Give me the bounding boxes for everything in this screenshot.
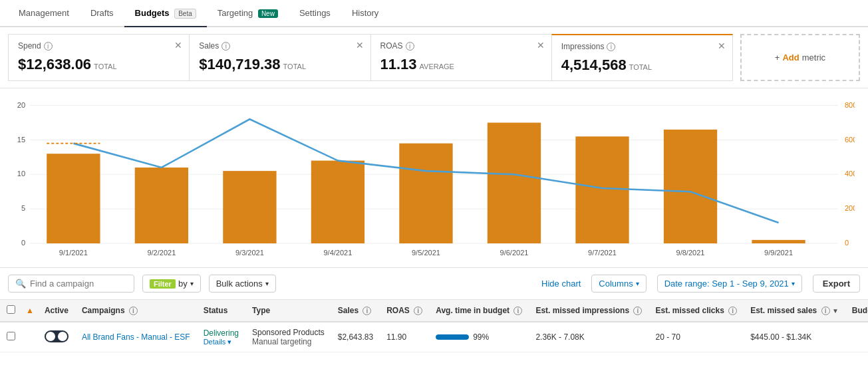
metric-impressions-value: 4,514,568 bbox=[561, 57, 627, 74]
tab-targeting[interactable]: Targeting New bbox=[207, 0, 289, 26]
metric-sales-sub: TOTAL bbox=[283, 62, 306, 70]
svg-text:800k: 800k bbox=[845, 101, 855, 109]
svg-text:0: 0 bbox=[845, 239, 849, 247]
row-campaign-cell: All Brand Fans - Manual - ESF bbox=[75, 322, 197, 352]
table-container: ▲ Active Campaigns i Status Type Sales i… bbox=[0, 300, 868, 352]
avg-time-label: 99% bbox=[473, 332, 489, 342]
roas-col-info-icon[interactable]: i bbox=[414, 307, 422, 315]
roas-info-icon[interactable]: i bbox=[406, 42, 414, 51]
new-badge: New bbox=[258, 9, 278, 18]
bulk-chevron-icon: ▾ bbox=[265, 280, 269, 287]
row-status-cell: Delivering Details ▾ bbox=[197, 322, 245, 352]
svg-text:20: 20 bbox=[17, 101, 25, 109]
col-active: Active bbox=[38, 300, 75, 322]
row-checkbox[interactable] bbox=[7, 332, 15, 340]
hide-chart-button[interactable]: Hide chart bbox=[541, 279, 581, 289]
row-checkbox-cell bbox=[0, 322, 22, 352]
metric-sales-close[interactable]: ✕ bbox=[356, 40, 364, 51]
active-toggle[interactable] bbox=[45, 330, 69, 342]
filter-button[interactable]: Filter by ▾ bbox=[142, 275, 201, 293]
toolbar: 🔍 Filter by ▾ Bulk actions ▾ Hide chart … bbox=[0, 268, 868, 300]
row-sales-cell: $2,643.83 bbox=[331, 322, 380, 352]
avg-time-bar bbox=[436, 334, 469, 340]
tab-history[interactable]: History bbox=[341, 0, 389, 26]
metric-spend-value: $12,638.06 bbox=[18, 56, 91, 73]
columns-chevron-icon: ▾ bbox=[636, 280, 639, 287]
svg-text:600k: 600k bbox=[845, 135, 855, 143]
est-sales-sort-icon[interactable]: ▼ bbox=[832, 307, 839, 314]
svg-text:200k: 200k bbox=[845, 204, 855, 212]
metric-spend-title: Spend bbox=[18, 41, 41, 51]
metric-roas-close[interactable]: ✕ bbox=[537, 40, 545, 51]
type-sub: Manual targeting bbox=[252, 337, 325, 346]
select-all-checkbox[interactable] bbox=[7, 305, 15, 314]
est-clicks-info-icon[interactable]: i bbox=[728, 307, 737, 315]
svg-text:9/6/2021: 9/6/2021 bbox=[500, 249, 529, 257]
row-est-sales-cell: $445.00 - $1.34K bbox=[744, 322, 845, 352]
campaign-link[interactable]: All Brand Fans - Manual - ESF bbox=[82, 332, 190, 342]
metric-impressions-close[interactable]: ✕ bbox=[718, 41, 726, 51]
add-text: Add bbox=[782, 53, 799, 62]
date-range-button[interactable]: Date range: Sep 1 - Sep 9, 2021 ▾ bbox=[657, 275, 802, 293]
sales-info-icon[interactable]: i bbox=[221, 42, 230, 51]
row-roas-cell: 11.90 bbox=[380, 322, 429, 352]
metric-impressions-sub: TOTAL bbox=[629, 63, 652, 71]
metric-spend-sub: TOTAL bbox=[94, 62, 116, 70]
metric-sales-value: $140,719.38 bbox=[199, 56, 280, 73]
metric-impressions-title: Impressions bbox=[561, 42, 605, 51]
add-metric-card[interactable]: + Add metric bbox=[740, 34, 860, 81]
col-est-clicks: Est. missed clicks i bbox=[649, 300, 744, 322]
nav-tabs: Management Drafts Budgets Beta Targeting… bbox=[0, 0, 868, 27]
export-button[interactable]: Export bbox=[813, 275, 860, 293]
metric-sales: Sales i $140,719.38 TOTAL ✕ bbox=[189, 34, 370, 81]
metric-sales-title: Sales bbox=[199, 41, 219, 51]
col-roas: ROAS i bbox=[380, 300, 429, 322]
tab-budgets[interactable]: Budgets Beta bbox=[124, 0, 207, 27]
impressions-info-icon[interactable]: i bbox=[607, 43, 615, 51]
chart-svg: 20 15 10 5 0 800k 600k 400k 200k 0 bbox=[13, 95, 855, 261]
col-warning: ▲ bbox=[22, 300, 38, 322]
metric-impressions: Impressions i 4,514,568 TOTAL ✕ bbox=[551, 34, 733, 81]
campaigns-info-icon[interactable]: i bbox=[129, 307, 138, 315]
tab-management[interactable]: Management bbox=[8, 0, 80, 26]
row-type-cell: Sponsored Products Manual targeting bbox=[245, 322, 331, 352]
metric-spend: Spend i $12,638.06 TOTAL ✕ bbox=[8, 34, 190, 81]
est-sales-info-icon[interactable]: i bbox=[821, 307, 830, 315]
bulk-actions-label: Bulk actions bbox=[216, 279, 263, 289]
tab-drafts[interactable]: Drafts bbox=[80, 0, 124, 26]
svg-rect-21 bbox=[575, 136, 629, 243]
spend-info-icon[interactable]: i bbox=[44, 42, 53, 51]
svg-rect-22 bbox=[664, 130, 717, 243]
col-sales: Sales i bbox=[331, 300, 380, 322]
svg-rect-20 bbox=[488, 123, 541, 244]
sales-info-icon[interactable]: i bbox=[362, 307, 371, 315]
table-body: All Brand Fans - Manual - ESF Delivering… bbox=[0, 322, 868, 352]
svg-text:0: 0 bbox=[21, 239, 25, 247]
status-details[interactable]: Details ▾ bbox=[204, 338, 239, 346]
col-est-impressions: Est. missed impressions i bbox=[529, 300, 649, 322]
svg-text:10: 10 bbox=[17, 170, 25, 178]
row-warning-cell bbox=[22, 322, 38, 352]
date-chevron-icon: ▾ bbox=[792, 280, 795, 287]
svg-text:9/7/2021: 9/7/2021 bbox=[588, 249, 617, 257]
columns-button[interactable]: Columns ▾ bbox=[591, 275, 646, 293]
bulk-actions-button[interactable]: Bulk actions ▾ bbox=[209, 275, 276, 293]
col-checkbox bbox=[0, 300, 22, 322]
date-range-label: Date range: Sep 1 - Sep 9, 2021 bbox=[664, 279, 789, 289]
search-input[interactable] bbox=[30, 279, 127, 289]
est-impressions-info-icon[interactable]: i bbox=[633, 307, 642, 315]
svg-rect-19 bbox=[399, 144, 452, 243]
row-budget-cell bbox=[845, 322, 868, 352]
search-box: 🔍 bbox=[8, 275, 134, 293]
tab-settings[interactable]: Settings bbox=[289, 0, 341, 26]
plus-icon: + bbox=[775, 53, 780, 62]
col-avg-time: Avg. time in budget i bbox=[429, 300, 529, 322]
metric-roas-sub: AVERAGE bbox=[420, 62, 454, 70]
avg-time-bar-fill bbox=[436, 334, 469, 340]
col-type: Type bbox=[245, 300, 331, 322]
avg-time-info-icon[interactable]: i bbox=[513, 307, 522, 315]
metric-spend-close[interactable]: ✕ bbox=[174, 40, 182, 51]
metric-roas-value: 11.13 bbox=[380, 56, 417, 73]
col-status: Status bbox=[197, 300, 245, 322]
filter-badge: Filter bbox=[150, 279, 176, 289]
